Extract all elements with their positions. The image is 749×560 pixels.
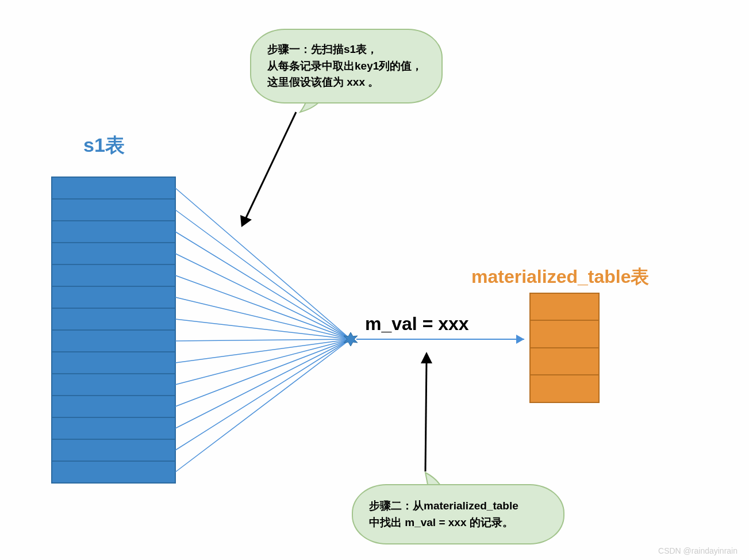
svg-line-21 <box>175 339 351 341</box>
s1-table <box>52 177 175 483</box>
svg-line-34 <box>244 112 296 221</box>
callout-step2: 步骤二：从materialized_table 中找出 m_val = xxx … <box>352 484 564 544</box>
svg-marker-37 <box>421 352 432 363</box>
svg-line-25 <box>175 339 351 428</box>
materialized-table <box>530 293 599 402</box>
svg-line-36 <box>425 359 427 471</box>
callout-step1-line1: 步骤一：先扫描s1表， <box>267 41 425 58</box>
svg-line-23 <box>175 339 351 385</box>
s1-table-label: s1表 <box>83 132 125 159</box>
svg-line-19 <box>175 297 351 339</box>
callout-step1: 步骤一：先扫描s1表， 从每条记录中取出key1列的值， 这里假设该值为 xxx… <box>250 29 443 103</box>
svg-line-17 <box>175 254 351 339</box>
svg-marker-29 <box>516 335 524 344</box>
callout-step1-line2: 从每条记录中取出key1列的值， <box>267 58 425 75</box>
arrow-step2 <box>421 352 432 471</box>
svg-line-14 <box>175 188 351 339</box>
arrow-to-materialized <box>356 335 524 344</box>
svg-line-16 <box>175 232 351 339</box>
svg-line-24 <box>175 339 351 406</box>
m-val-label: m_val = xxx <box>365 313 469 335</box>
svg-line-15 <box>175 210 351 339</box>
svg-line-20 <box>175 319 351 339</box>
watermark: CSDN @raindayinrain <box>658 546 738 555</box>
arrow-step1 <box>240 112 296 227</box>
materialized-table-label: materialized_table表 <box>471 264 649 290</box>
svg-line-26 <box>175 339 351 450</box>
converging-lines <box>175 188 351 472</box>
callout-step2-line1: 步骤二：从materialized_table <box>369 498 547 515</box>
callout-step1-line3: 这里假设该值为 xxx 。 <box>267 74 425 91</box>
callout-step2-line2: 中找出 m_val = xxx 的记录。 <box>369 515 547 531</box>
